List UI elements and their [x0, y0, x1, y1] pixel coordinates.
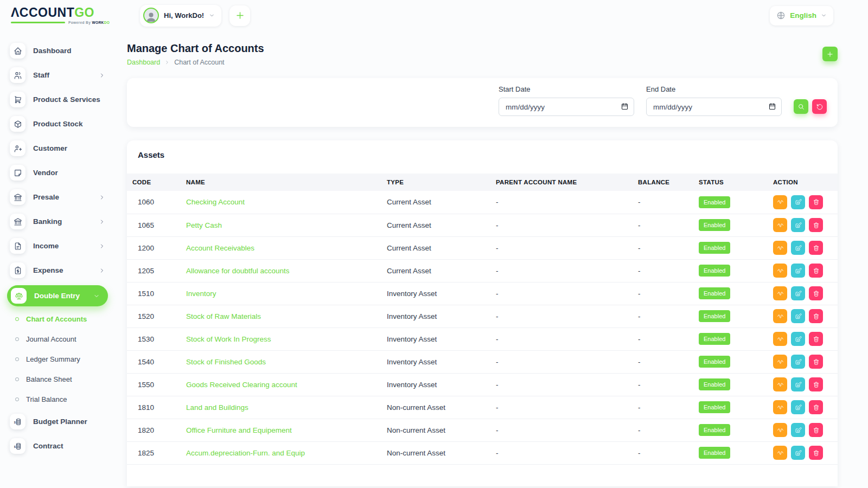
start-date-input[interactable]	[499, 98, 634, 116]
status-badge: Enabled	[699, 447, 730, 459]
sidebar-item[interactable]: Customer	[0, 136, 115, 160]
delete-button[interactable]	[809, 195, 823, 209]
sidebar-item[interactable]: Income	[0, 234, 115, 258]
cell-type: Current Asset	[381, 259, 490, 282]
transaction-summary-button[interactable]	[773, 195, 787, 209]
delete-button[interactable]	[809, 241, 823, 255]
create-account-button[interactable]	[822, 47, 838, 61]
table-row: 1065 Petty Cash Current Asset - - Enable…	[127, 214, 838, 236]
edit-button[interactable]	[791, 286, 805, 300]
sidebar-item-icon	[14, 95, 22, 104]
delete-button[interactable]	[809, 355, 823, 369]
edit-button[interactable]	[791, 332, 805, 346]
transaction-summary-button[interactable]	[773, 286, 787, 300]
delete-button[interactable]	[809, 446, 823, 460]
sidebar-item[interactable]: Product Stock	[0, 112, 115, 136]
edit-button[interactable]	[791, 195, 805, 209]
delete-button[interactable]	[809, 286, 823, 300]
account-name-link[interactable]: Land and Buildings	[186, 403, 248, 412]
cell-parent: -	[490, 305, 633, 328]
cell-balance: -	[633, 236, 693, 259]
end-date-input[interactable]	[646, 98, 782, 116]
trash-icon	[813, 427, 820, 434]
sidebar-item[interactable]: Product & Services	[0, 87, 115, 112]
sidebar-item-double-entry[interactable]: Double Entry	[7, 285, 108, 306]
transaction-summary-button[interactable]	[773, 377, 787, 391]
delete-button[interactable]	[809, 423, 823, 437]
submenu-item[interactable]: Ledger Summary	[0, 349, 115, 369]
sidebar-item-icon	[14, 242, 22, 251]
transaction-summary-button[interactable]	[773, 355, 787, 369]
edit-button[interactable]	[791, 218, 805, 232]
account-name-link[interactable]: Stock of Raw Materials	[186, 312, 261, 320]
transaction-summary-button[interactable]	[773, 218, 787, 232]
edit-button[interactable]	[791, 241, 805, 255]
user-menu[interactable]: Hi, WorkDo!	[140, 5, 221, 27]
transaction-summary-button[interactable]	[773, 264, 787, 278]
edit-button[interactable]	[791, 309, 805, 323]
delete-button[interactable]	[809, 332, 823, 346]
account-name-link[interactable]: Goods Received Clearing account	[186, 381, 297, 389]
sidebar-item-icon	[14, 266, 22, 275]
edit-button[interactable]	[791, 377, 805, 391]
edit-button[interactable]	[791, 264, 805, 278]
delete-button[interactable]	[809, 218, 823, 232]
calendar-icon[interactable]	[768, 102, 776, 111]
sidebar-item[interactable]: Expense	[0, 258, 115, 282]
sidebar-item[interactable]: Presale	[0, 185, 115, 209]
sidebar-item[interactable]: Dashboard	[0, 38, 115, 63]
status-badge: Enabled	[699, 401, 730, 413]
edit-button[interactable]	[791, 446, 805, 460]
edit-button[interactable]	[791, 355, 805, 369]
sidebar-item-label: Product & Services	[33, 95, 100, 104]
edit-button[interactable]	[791, 400, 805, 414]
submenu-item[interactable]: Chart of Accounts	[0, 309, 115, 329]
delete-button[interactable]	[809, 309, 823, 323]
sidebar-item[interactable]: $ Budget Planner	[0, 409, 115, 434]
cell-balance: -	[633, 214, 693, 236]
transaction-summary-button[interactable]	[773, 309, 787, 323]
submenu-item[interactable]: Balance Sheet	[0, 369, 115, 389]
transaction-summary-button[interactable]	[773, 400, 787, 414]
account-name-link[interactable]: Account Receivables	[186, 244, 254, 252]
status-badge: Enabled	[699, 378, 730, 390]
transaction-summary-button[interactable]	[773, 332, 787, 346]
search-button[interactable]	[794, 99, 808, 114]
transaction-summary-button[interactable]	[773, 423, 787, 437]
account-name-link[interactable]: Allowance for doubtful accounts	[186, 267, 290, 275]
sidebar-item[interactable]: $ Contract	[0, 434, 115, 458]
submenu-item-label: Chart of Accounts	[26, 315, 87, 323]
breadcrumb-dashboard-link[interactable]: Dashboard	[127, 59, 160, 66]
sidebar-item[interactable]: Banking	[0, 209, 115, 234]
breadcrumb-current: Chart of Account	[174, 59, 224, 66]
account-name-link[interactable]: Stock of Finished Goods	[186, 358, 266, 366]
transaction-summary-button[interactable]	[773, 241, 787, 255]
delete-button[interactable]	[809, 400, 823, 414]
table-row: 1825 Accum.depreciation-Furn. and Equip …	[127, 441, 838, 464]
account-name-link[interactable]: Accum.depreciation-Furn. and Equip	[186, 449, 305, 457]
chevron-right-icon	[99, 267, 105, 274]
submenu-item[interactable]: Journal Account	[0, 329, 115, 349]
reset-filter-button[interactable]	[812, 99, 827, 114]
quick-add-button[interactable]	[229, 5, 250, 26]
trash-icon	[813, 198, 820, 206]
table-header-row: CODENAMETYPEPARENT ACCOUNT NAMEBALANCEST…	[127, 174, 838, 191]
account-name-link[interactable]: Stock of Work In Progress	[186, 335, 271, 343]
edit-button[interactable]	[791, 423, 805, 437]
cell-balance: -	[633, 396, 693, 419]
transaction-summary-button[interactable]	[773, 446, 787, 460]
account-name-link[interactable]: Inventory	[186, 290, 216, 298]
section-title: Assets	[127, 150, 838, 159]
account-name-link[interactable]: Office Furniture and Equipement	[186, 426, 292, 434]
sidebar-item[interactable]: Vendor	[0, 160, 115, 185]
sidebar-item-icon: $	[14, 442, 22, 451]
calendar-icon[interactable]	[621, 102, 629, 111]
sidebar-item[interactable]: Staff	[0, 63, 115, 87]
app-logo[interactable]: ΛCCOUNTGO Powered By WORKDO	[11, 7, 126, 24]
delete-button[interactable]	[809, 377, 823, 391]
submenu-item[interactable]: Trial Balance	[0, 389, 115, 409]
account-name-link[interactable]: Petty Cash	[186, 221, 222, 229]
account-name-link[interactable]: Checking Account	[186, 198, 245, 206]
language-selector[interactable]: English	[770, 6, 833, 25]
delete-button[interactable]	[809, 264, 823, 278]
